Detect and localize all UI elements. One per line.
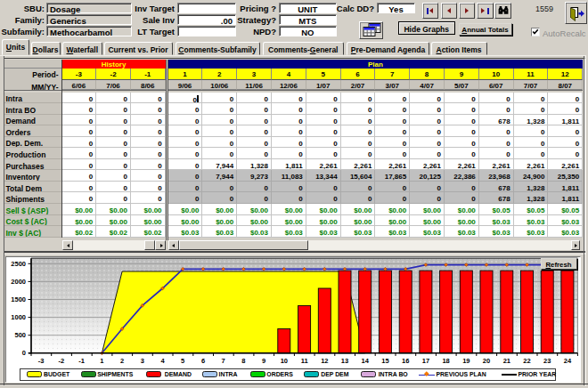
svg-text:20: 20 [483, 357, 490, 365]
svg-text:3: 3 [141, 357, 144, 365]
svg-text:15: 15 [381, 357, 388, 365]
svg-text:8: 8 [241, 357, 245, 365]
svg-text:2000: 2000 [11, 278, 26, 286]
svg-text:1000: 1000 [11, 313, 26, 321]
svg-text:5: 5 [181, 357, 184, 365]
svg-text:19: 19 [462, 357, 470, 365]
svg-text:500: 500 [14, 331, 26, 339]
svg-text:16: 16 [402, 357, 409, 365]
svg-text:1500: 1500 [11, 295, 26, 303]
svg-text:17: 17 [422, 357, 429, 365]
svg-text:-3: -3 [38, 357, 45, 365]
svg-text:24: 24 [564, 357, 572, 365]
svg-text:2: 2 [120, 357, 124, 365]
svg-text:14: 14 [362, 357, 370, 365]
svg-text:21: 21 [503, 357, 510, 365]
svg-text:23: 23 [543, 357, 551, 365]
svg-text:2500: 2500 [11, 260, 26, 268]
svg-text:7: 7 [222, 357, 225, 365]
svg-text:18: 18 [442, 357, 449, 365]
svg-text:12: 12 [321, 357, 328, 365]
svg-text:13: 13 [341, 357, 348, 365]
svg-text:-1: -1 [78, 357, 85, 365]
svg-text:10: 10 [281, 357, 288, 365]
svg-text:6: 6 [201, 357, 205, 365]
svg-text:11: 11 [301, 357, 308, 365]
svg-text:4: 4 [160, 357, 165, 365]
svg-text:1: 1 [100, 357, 103, 365]
svg-text:-2: -2 [59, 357, 65, 365]
svg-text:9: 9 [262, 357, 265, 365]
svg-text:0: 0 [22, 349, 26, 357]
svg-text:22: 22 [523, 357, 530, 365]
